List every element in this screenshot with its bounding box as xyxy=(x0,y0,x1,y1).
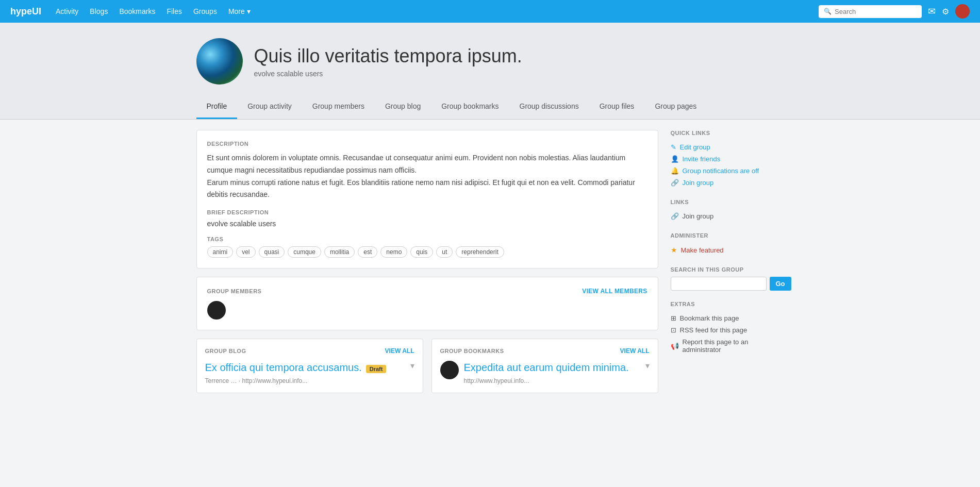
group-bookmarks-card: GROUP BOOKMARKS VIEW ALL Expedita aut ea… xyxy=(431,339,658,393)
tab-group-blog[interactable]: Group blog xyxy=(375,95,431,119)
extras-section: EXTRAS ⊞ Bookmark this page ⊡ RSS feed f… xyxy=(671,301,784,356)
blog-post-title[interactable]: Ex officia qui tempora accusamus. xyxy=(205,361,362,374)
tag[interactable]: nemo xyxy=(380,246,407,258)
report-link[interactable]: 📢 Report this page to an administrator xyxy=(671,336,784,356)
tag[interactable]: reprehenderit xyxy=(456,246,504,258)
link-icon: 🔗 xyxy=(671,179,679,187)
member-avatar[interactable] xyxy=(207,301,226,320)
description-text: Et sunt omnis dolorem in voluptate omnis… xyxy=(207,152,647,201)
search-input[interactable] xyxy=(835,8,917,15)
search-group-title: SEARCH IN THIS GROUP xyxy=(671,266,784,273)
tag[interactable]: mollitia xyxy=(324,246,355,258)
report-icon: 📢 xyxy=(671,342,679,350)
user-avatar[interactable] xyxy=(955,4,970,19)
nav-activity[interactable]: Activity xyxy=(56,7,78,15)
mail-icon[interactable]: ✉ xyxy=(928,6,936,17)
main-content: DESCRIPTION Et sunt omnis dolorem in vol… xyxy=(196,130,658,393)
group-title: Quis illo veritatis tempora ipsum. xyxy=(254,45,522,67)
edit-group-link[interactable]: ✎ Edit group xyxy=(671,141,784,153)
tab-group-files[interactable]: Group files xyxy=(589,95,645,119)
tab-group-bookmarks[interactable]: Group bookmarks xyxy=(431,95,509,119)
tab-group-members[interactable]: Group members xyxy=(302,95,375,119)
bookmark-icon: ⊞ xyxy=(671,314,676,322)
tab-group-discussions[interactable]: Group discussions xyxy=(509,95,589,119)
group-blog-label: GROUP BLOG xyxy=(205,348,246,354)
group-members-label: GROUP MEMBERS xyxy=(207,288,262,294)
star-icon: ★ xyxy=(671,246,677,254)
draft-badge: Draft xyxy=(366,365,387,373)
tab-group-pages[interactable]: Group pages xyxy=(644,95,707,119)
tag[interactable]: vel xyxy=(236,246,255,258)
search-group-section: SEARCH IN THIS GROUP Go xyxy=(671,266,784,291)
brand-logo[interactable]: hypeUI xyxy=(10,6,41,17)
group-search-input[interactable] xyxy=(671,277,767,291)
chevron-down-icon[interactable]: ▾ xyxy=(410,361,414,371)
bookmark-avatar xyxy=(440,361,459,379)
administer-section: ADMINISTER ★ Make featured xyxy=(671,232,784,256)
invite-friends-link[interactable]: 👤 Invite friends xyxy=(671,153,784,165)
sidebar: QUICK LINKS ✎ Edit group 👤 Invite friend… xyxy=(671,130,784,393)
search-box[interactable]: 🔍 xyxy=(819,5,922,18)
nav-files[interactable]: Files xyxy=(167,7,182,15)
topnav: hypeUI Activity Blogs Bookmarks Files Gr… xyxy=(0,0,980,23)
tabs-bar: Profile Group activity Group members Gro… xyxy=(0,95,980,120)
tab-group-activity[interactable]: Group activity xyxy=(237,95,302,119)
bookmark-chevron-icon[interactable]: ▾ xyxy=(645,361,650,371)
tag[interactable]: quis xyxy=(410,246,433,258)
nav-links: Activity Blogs Bookmarks Files Groups Mo… xyxy=(56,7,819,15)
quick-links-section: QUICK LINKS ✎ Edit group 👤 Invite friend… xyxy=(671,130,784,189)
search-icon: 🔍 xyxy=(824,8,832,15)
brief-description-text: evolve scalable users xyxy=(207,220,647,228)
edit-icon: ✎ xyxy=(671,143,676,151)
bottom-grid: GROUP BLOG VIEW ALL Ex officia qui tempo… xyxy=(196,339,658,393)
tag[interactable]: est xyxy=(358,246,377,258)
members-list xyxy=(207,301,647,320)
tag[interactable]: quasi xyxy=(259,246,285,258)
go-button[interactable]: Go xyxy=(770,277,791,291)
nav-bookmarks[interactable]: Bookmarks xyxy=(119,7,155,15)
quick-links-title: QUICK LINKS xyxy=(671,130,784,136)
tag[interactable]: ut xyxy=(436,246,453,258)
bookmark-title[interactable]: Expedita aut earum quidem minima. xyxy=(464,361,641,374)
group-bookmarks-label: GROUP BOOKMARKS xyxy=(440,348,504,354)
nav-more[interactable]: More ▾ xyxy=(228,7,251,15)
bookmark-meta: http://www.hypeui.info... xyxy=(464,377,641,384)
invite-icon: 👤 xyxy=(671,155,679,163)
administer-title: ADMINISTER xyxy=(671,232,784,239)
group-blog-view-all[interactable]: VIEW ALL xyxy=(385,347,414,355)
tag[interactable]: cumque xyxy=(288,246,321,258)
group-bookmarks-view-all[interactable]: VIEW ALL xyxy=(620,347,650,355)
join-group-link[interactable]: 🔗 Join group xyxy=(671,177,784,189)
group-avatar xyxy=(196,38,243,85)
tags-wrap: animivelquasicumquemollitiaestnemoquisut… xyxy=(207,246,647,258)
group-blog-card: GROUP BLOG VIEW ALL Ex officia qui tempo… xyxy=(196,339,423,393)
tag[interactable]: animi xyxy=(207,246,234,258)
make-featured-link[interactable]: ★ Make featured xyxy=(671,244,784,256)
rss-icon: ⊡ xyxy=(671,326,676,334)
view-all-members-link[interactable]: VIEW ALL MEMBERS xyxy=(582,288,647,295)
group-tagline: evolve scalable users xyxy=(254,70,522,78)
nav-right: 🔍 ✉ ⚙ xyxy=(819,4,970,19)
group-header: Quis illo veritatis tempora ipsum. evolv… xyxy=(0,23,980,120)
nav-groups[interactable]: Groups xyxy=(193,7,217,15)
description-label: DESCRIPTION xyxy=(207,141,647,147)
bookmark-page-link[interactable]: ⊞ Bookmark this page xyxy=(671,312,784,324)
nav-blogs[interactable]: Blogs xyxy=(90,7,108,15)
bell-icon: 🔔 xyxy=(671,167,679,175)
links-section: LINKS 🔗 Join group xyxy=(671,199,784,222)
rss-feed-link[interactable]: ⊡ RSS feed for this page xyxy=(671,324,784,336)
links-title: LINKS xyxy=(671,199,784,205)
blog-post-meta: Terrence … · http://www.hypeui.info... xyxy=(205,377,406,384)
plain-join-group-link[interactable]: 🔗 Join group xyxy=(671,210,784,222)
plain-link-icon: 🔗 xyxy=(671,212,679,220)
tags-label: TAGS xyxy=(207,236,647,242)
group-members-card: GROUP MEMBERS VIEW ALL MEMBERS xyxy=(196,277,658,330)
extras-title: EXTRAS xyxy=(671,301,784,307)
description-card: DESCRIPTION Et sunt omnis dolorem in vol… xyxy=(196,130,658,268)
settings-icon[interactable]: ⚙ xyxy=(942,7,949,16)
tab-profile[interactable]: Profile xyxy=(196,95,238,119)
notifications-link[interactable]: 🔔 Group notifications are off xyxy=(671,165,784,177)
group-title-wrap: Quis illo veritatis tempora ipsum. evolv… xyxy=(254,45,522,77)
brief-description-label: BRIEF DESCRIPTION xyxy=(207,209,647,215)
